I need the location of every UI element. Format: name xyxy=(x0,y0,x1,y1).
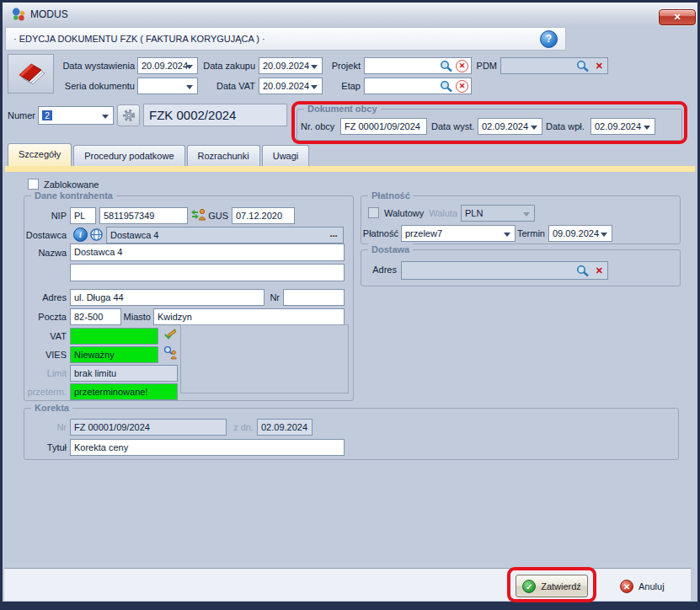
numer-value: 2 xyxy=(42,110,52,120)
clear-icon[interactable]: ✕ xyxy=(596,265,603,277)
chevron-down-icon xyxy=(186,85,193,89)
data-vat-date-picker[interactable]: 20.09.2024 xyxy=(259,78,323,94)
search-icon[interactable] xyxy=(576,265,590,277)
chevron-down-icon xyxy=(644,126,650,130)
app-logo-icon xyxy=(11,7,27,24)
notes-panel xyxy=(180,324,349,393)
walutowy-label: Walutowy xyxy=(384,207,424,220)
window-title: MODUS xyxy=(30,8,68,20)
dane-kontrahenta-group: Dane kontrahenta NIP PL 5811957349 GUS 0… xyxy=(24,195,354,401)
nip-field[interactable]: 5811957349 xyxy=(99,207,188,224)
nr-field[interactable] xyxy=(283,289,345,306)
pdm-label: PDM xyxy=(473,60,497,72)
dokument-obcy-title: Dokument obcy xyxy=(304,103,381,115)
vies-status-field: Nieważny xyxy=(70,346,158,363)
adres-field[interactable]: ul. Długa 44 xyxy=(70,289,265,306)
cancel-icon: ✕ xyxy=(620,580,633,593)
miasto-label: Miasto xyxy=(121,311,151,324)
data-wyst-date-picker[interactable]: 02.09.2024 xyxy=(478,118,542,135)
numer-select[interactable]: 2 xyxy=(38,106,114,125)
dostawa-title: Dostawa xyxy=(368,243,413,255)
nip-prefix-field[interactable]: PL xyxy=(70,207,96,224)
numer-label: Numer xyxy=(5,110,35,122)
etap-label: Etap xyxy=(325,80,361,93)
z-dn-field: 02.09.2024 xyxy=(257,419,313,436)
data-zakupu-label: Data zakupu xyxy=(200,60,255,72)
miasto-field[interactable]: Kwidzyn xyxy=(153,308,345,325)
gus-transfer-icon[interactable] xyxy=(190,207,206,223)
seria-dokumentu-select[interactable] xyxy=(137,78,198,94)
limit-field: brak limitu xyxy=(70,365,178,382)
dostawa-adres-label: Adres xyxy=(366,264,397,276)
chevron-down-icon xyxy=(504,233,510,237)
data-zakupu-date-picker[interactable]: 20.09.2024 xyxy=(259,57,323,74)
search-icon[interactable] xyxy=(440,60,453,72)
data-wpl-date-picker[interactable]: 02.09.2024 xyxy=(590,118,655,135)
tab-uwagi[interactable]: Uwagi xyxy=(262,145,310,166)
tab-szczegoly[interactable]: Szczegóły xyxy=(8,143,72,166)
nazwa-field-1[interactable]: Dostawca 4 xyxy=(70,243,345,261)
nr-obcy-label: Nr. obcy xyxy=(301,120,339,133)
info-icon[interactable]: i xyxy=(73,227,88,242)
vat-verify-icon[interactable] xyxy=(163,326,178,343)
search-icon[interactable] xyxy=(440,80,453,93)
data-wyst-label: Data wyst. xyxy=(431,120,477,133)
nazwa-label: Nazwa xyxy=(24,247,67,260)
gus-date-field[interactable]: 07.12.2020 xyxy=(232,207,295,224)
globe-icon[interactable] xyxy=(89,227,104,242)
dostawa-adres-lookup-field[interactable]: ✕ xyxy=(401,261,608,280)
vies-verify-icon[interactable] xyxy=(163,345,178,361)
nazwa-field-2[interactable] xyxy=(70,264,345,281)
data-wpl-label: Data wpł. xyxy=(546,120,590,133)
poczta-label: Poczta xyxy=(24,311,67,324)
poczta-field[interactable]: 82-500 xyxy=(70,308,121,325)
check-icon: ✓ xyxy=(522,580,536,593)
clear-icon[interactable]: ✕ xyxy=(456,60,468,72)
chevron-down-icon xyxy=(186,65,193,69)
pdm-lookup-field[interactable]: ✕ xyxy=(500,57,608,74)
gear-icon[interactable] xyxy=(117,104,140,126)
walutowy-checkbox[interactable] xyxy=(368,207,379,218)
data-wystawienia-date-picker[interactable]: 20.09.2024 xyxy=(137,57,198,74)
nr-label: Nr xyxy=(265,292,280,304)
chevron-down-icon xyxy=(531,126,537,130)
termin-date-picker[interactable]: 09.09.2024 xyxy=(548,225,612,242)
chevron-down-icon xyxy=(311,65,318,69)
data-vat-label: Data VAT xyxy=(200,80,255,93)
clear-icon[interactable]: ✕ xyxy=(596,60,603,72)
chevron-down-icon xyxy=(601,233,607,237)
etap-lookup-field[interactable]: ✕ xyxy=(364,78,472,94)
close-icon[interactable]: ✕ xyxy=(659,9,696,25)
waluta-select[interactable]: PLN xyxy=(461,205,535,222)
tytul-field[interactable]: Korekta ceny xyxy=(70,439,345,456)
dostawca-field[interactable]: Dostawca 4 ... xyxy=(106,227,344,243)
projekt-label: Projekt xyxy=(325,60,361,72)
adres-label: Adres xyxy=(24,292,67,304)
page-title: · EDYCJA DOKUMENTU FZK ( FAKTURA KORYGUJ… xyxy=(13,34,265,44)
ellipsis-button[interactable]: ... xyxy=(327,227,340,243)
title-bar[interactable]: MODUS ✕ xyxy=(3,3,697,26)
anuluj-button[interactable]: ✕ Anuluj xyxy=(620,576,665,597)
zatwierdz-button[interactable]: ✓ Zatwierdź xyxy=(516,575,588,597)
dostawa-group: Dostawa Adres ✕ xyxy=(361,249,681,286)
clear-icon[interactable]: ✕ xyxy=(456,80,468,93)
document-number-display: FZK 0002/2024 xyxy=(143,104,287,126)
search-icon[interactable] xyxy=(576,60,590,72)
tab-procedury-podatkowe[interactable]: Procedury podatkowe xyxy=(73,145,184,166)
tab-rozrachunki[interactable]: Rozrachunki xyxy=(187,145,260,166)
waluta-label: Waluta xyxy=(425,207,457,220)
active-tab-strip xyxy=(5,166,695,172)
dokument-obcy-group: Dokument obcy Nr. obcy FZ 00001/09/2024 … xyxy=(297,109,682,141)
help-icon[interactable]: ? xyxy=(540,30,558,48)
termin-label: Termin xyxy=(516,227,545,240)
limit-label: Limit xyxy=(24,367,67,380)
zablokowane-checkbox[interactable] xyxy=(28,179,39,190)
przeterm-status-field: przeterminowane! xyxy=(70,383,178,400)
projekt-lookup-field[interactable]: ✕ xyxy=(364,57,472,74)
platnosc-select[interactable]: przelew7 xyxy=(401,225,516,242)
nr-obcy-field[interactable]: FZ 00001/09/2024 xyxy=(340,118,427,135)
platnosc-title: Płatność xyxy=(368,190,414,201)
chevron-down-icon xyxy=(102,115,109,119)
chevron-down-icon xyxy=(311,85,318,89)
modus-window: MODUS ✕ · EDYCJA DOKUMENTU FZK ( FAKTURA… xyxy=(0,0,700,610)
